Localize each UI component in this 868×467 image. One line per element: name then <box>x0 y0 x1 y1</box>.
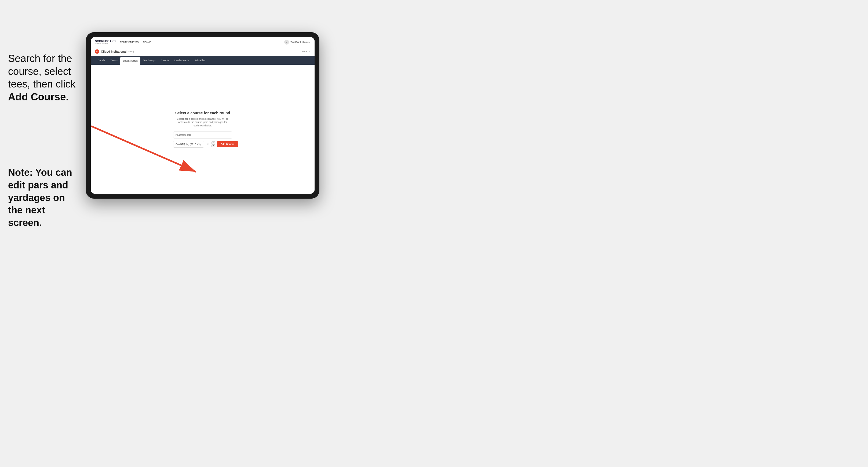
tee-up-button[interactable]: ▲ <box>212 142 215 144</box>
instruction-line2: course, select <box>8 65 81 78</box>
tablet-screen: SCOREBOARD Powered by clippd TOURNAMENTS… <box>91 37 315 194</box>
tab-tee-groups[interactable]: Tee Groups <box>141 56 158 65</box>
top-nav: SCOREBOARD Powered by clippd TOURNAMENTS… <box>91 37 315 47</box>
tab-results[interactable]: Results <box>158 56 172 65</box>
instruction-line4: Add Course. <box>8 91 81 103</box>
user-info: Test User | <box>291 41 301 43</box>
nav-links: TOURNAMENTS TEAMS <box>120 41 151 43</box>
add-course-button[interactable]: Add Course <box>217 141 238 147</box>
course-select-title: Select a course for each round <box>175 111 230 115</box>
tournament-logo-icon: C <box>95 50 99 54</box>
tournament-name: Clippd Invitational <box>101 50 126 53</box>
instruction-panel: Search for the course, select tees, then… <box>8 52 81 103</box>
tournament-tag: (Men) <box>127 50 134 53</box>
instruction-line3: tees, then click <box>8 78 81 91</box>
logo-sub: Powered by clippd <box>95 43 116 44</box>
course-search-input[interactable] <box>173 131 232 138</box>
user-avatar: U <box>284 40 289 44</box>
sign-out-link[interactable]: Sign out <box>303 41 310 43</box>
tab-printables[interactable]: Printables <box>192 56 208 65</box>
tab-course-setup[interactable]: Course Setup <box>120 57 141 65</box>
tab-details[interactable]: Details <box>95 56 108 65</box>
logo-text: SCOREBOARD <box>95 40 116 43</box>
note-panel: Note: You can edit pars and yardages on … <box>8 166 81 229</box>
tee-down-button[interactable]: ▼ <box>212 145 215 147</box>
tee-select-row: Gold (M) (M) (7010 yds) ✕ ▲ ▼ Add Course <box>173 141 232 148</box>
nav-tournaments[interactable]: TOURNAMENTS <box>120 41 138 43</box>
tee-clear-button[interactable]: ✕ <box>206 143 210 146</box>
tab-teams[interactable]: Teams <box>108 56 121 65</box>
nav-teams[interactable]: TEAMS <box>143 41 151 43</box>
tee-select[interactable]: Gold (M) (M) (7010 yds) <box>173 141 204 148</box>
tee-stepper: ▲ ▼ <box>212 142 215 147</box>
tournament-header: C Clippd Invitational (Men) Cancel ✕ <box>91 47 315 56</box>
tab-leaderboards[interactable]: Leaderboards <box>172 56 192 65</box>
tablet-device: SCOREBOARD Powered by clippd TOURNAMENTS… <box>86 32 319 198</box>
course-search-wrapper <box>173 131 232 138</box>
note-label: Note: You can edit pars and yardages on … <box>8 166 81 229</box>
main-content: Select a course for each round Search fo… <box>91 65 315 194</box>
tab-navigation: Details Teams Course Setup Tee Groups Re… <box>91 56 315 65</box>
logo-area: SCOREBOARD Powered by clippd <box>95 40 116 44</box>
cancel-button[interactable]: Cancel ✕ <box>300 50 310 53</box>
instruction-line1: Search for the <box>8 52 81 65</box>
course-select-description: Search for a course and select a tee. Yo… <box>176 117 229 127</box>
nav-right: U Test User | Sign out <box>284 40 310 44</box>
